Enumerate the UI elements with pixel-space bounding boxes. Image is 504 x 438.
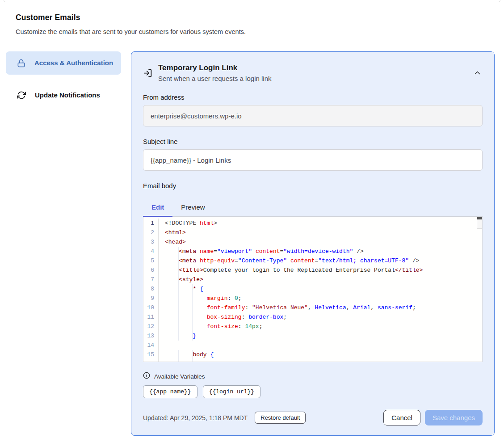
scrollbar-thumb[interactable] bbox=[477, 217, 482, 219]
email-body-code-editor[interactable]: 1<!DOCTYPE html>2<html>3<head>4<meta nam… bbox=[143, 217, 483, 362]
subject-line-label: Subject line bbox=[143, 138, 483, 145]
sidebar-item-update-notifications[interactable]: Update Notifications bbox=[6, 84, 121, 107]
email-body-tabs: Edit Preview bbox=[143, 199, 483, 217]
page-header: Customer Emails Customize the emails tha… bbox=[0, 2, 504, 35]
page-subtitle: Customize the emails that are sent to yo… bbox=[16, 28, 488, 35]
panel-subtitle: Sent when a user requests a login link bbox=[158, 75, 271, 82]
variable-chips: {{app_name}} {{login_url}} bbox=[143, 385, 483, 398]
chevron-up-icon bbox=[474, 70, 481, 76]
temporary-login-link-panel: Temporary Login Link Sent when a user re… bbox=[131, 51, 495, 436]
tab-edit[interactable]: Edit bbox=[143, 199, 172, 216]
variable-chip-login-url[interactable]: {{login_url}} bbox=[203, 385, 260, 398]
from-address-label: From address bbox=[143, 93, 483, 101]
editor-scrollbar[interactable] bbox=[477, 217, 482, 229]
variable-chip-app-name[interactable]: {{app_name}} bbox=[143, 385, 197, 398]
tab-preview[interactable]: Preview bbox=[172, 199, 213, 216]
collapse-section-button[interactable] bbox=[472, 68, 483, 78]
cancel-button[interactable]: Cancel bbox=[383, 410, 420, 425]
lock-icon bbox=[17, 59, 25, 68]
panel-header: Temporary Login Link Sent when a user re… bbox=[143, 63, 483, 82]
subject-line-input[interactable] bbox=[143, 149, 483, 171]
available-variables-header: Available Variables bbox=[143, 372, 483, 381]
page-title: Customer Emails bbox=[16, 13, 488, 22]
from-address-input[interactable] bbox=[143, 105, 483, 126]
panel-footer: Updated: Apr 29, 2025, 1:18 PM MDT Resto… bbox=[143, 410, 483, 425]
restore-default-button[interactable]: Restore default bbox=[255, 412, 306, 424]
email-types-sidebar: Access & Authentication Update Notificat… bbox=[6, 51, 121, 107]
refresh-icon bbox=[17, 91, 26, 100]
available-variables-label: Available Variables bbox=[154, 373, 205, 380]
login-icon bbox=[143, 68, 152, 78]
panel-title: Temporary Login Link bbox=[158, 63, 271, 72]
sidebar-item-label: Access & Authentication bbox=[34, 58, 113, 68]
updated-timestamp: Updated: Apr 29, 2025, 1:18 PM MDT bbox=[143, 414, 248, 421]
sidebar-item-label: Update Notifications bbox=[35, 90, 100, 101]
code-lines: 1<!DOCTYPE html>2<html>3<head>4<meta nam… bbox=[143, 219, 482, 362]
sidebar-item-access-authentication[interactable]: Access & Authentication bbox=[6, 51, 121, 75]
email-body-label: Email body bbox=[143, 182, 483, 190]
info-icon bbox=[143, 372, 150, 381]
save-changes-button[interactable]: Save changes bbox=[425, 410, 483, 425]
